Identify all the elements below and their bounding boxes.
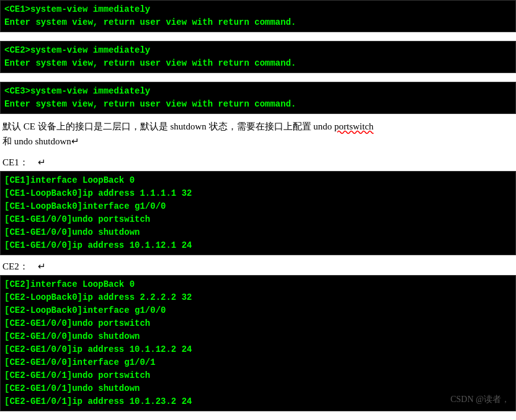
ce2-sysview-terminal: <CE2>system-view immediately Enter syste… (0, 41, 516, 73)
description-text: 默认 CE 设备上的接口是二层口，默认是 shutdown 状态，需要在接口上配… (2, 121, 334, 131)
ce1-config-block: [CE1]interface LoopBack 0 [CE1-LoopBack0… (0, 171, 516, 255)
ce3-sysview-block: <CE3>system-view immediately Enter syste… (0, 82, 516, 114)
ce1-sysview-terminal: <CE1>system-view immediately Enter syste… (0, 0, 516, 32)
ce1-label: CE1： ↵ (0, 151, 516, 171)
ce1-sysview-block: <CE1>system-view immediately Enter syste… (0, 0, 516, 32)
gap1 (0, 32, 516, 41)
portswitch-text: portswitch (334, 121, 373, 131)
ce2-config-terminal: [CE2]interface LoopBack 0 [CE2-LoopBack0… (0, 275, 516, 411)
ce3-sysview-terminal: <CE3>system-view immediately Enter syste… (0, 82, 516, 114)
watermark: CSDN @读者， (450, 394, 510, 405)
gap2 (0, 73, 516, 82)
ce2-sysview-block: <CE2>system-view immediately Enter syste… (0, 41, 516, 73)
ce2-label-text: CE2： ↵ (2, 261, 46, 271)
ce2-line1: <CE2>system-view immediately Enter syste… (4, 45, 296, 68)
ce1-label-text: CE1： ↵ (2, 157, 46, 167)
ce1-config-lines: [CE1]interface LoopBack 0 [CE1-LoopBack0… (4, 175, 192, 250)
undo-shutdown-text: 和 undo shutdown↵ (2, 136, 79, 146)
page-container: <CE1>system-view immediately Enter syste… (0, 0, 516, 411)
ce2-config-block: [CE2]interface LoopBack 0 [CE2-LoopBack0… (0, 275, 516, 411)
ce2-label: CE2： ↵ (0, 255, 516, 275)
ce1-line1: <CE1>system-view immediately Enter syste… (4, 4, 296, 27)
ce2-config-lines: [CE2]interface LoopBack 0 [CE2-LoopBack0… (4, 279, 192, 406)
watermark-text: CSDN @读者， (450, 395, 510, 404)
ce3-line1: <CE3>system-view immediately Enter syste… (4, 86, 296, 109)
description-section: 默认 CE 设备上的接口是二层口，默认是 shutdown 状态，需要在接口上配… (0, 114, 516, 151)
ce1-config-terminal: [CE1]interface LoopBack 0 [CE1-LoopBack0… (0, 171, 516, 255)
